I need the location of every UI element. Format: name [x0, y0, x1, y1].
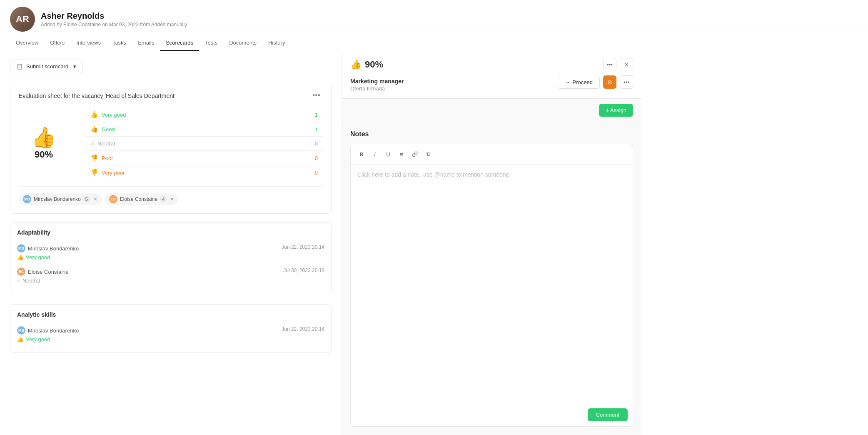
reviewer-name-mb-adapt: MB Miroslav Bondarenko — [17, 244, 79, 252]
reviewer-avatar-ec: EC — [109, 195, 117, 203]
adaptability-review-ec: EC Eloise Constaine ○ Neutral Jul 30, 20… — [17, 264, 324, 287]
neutral-count: 0 — [315, 140, 318, 147]
ec-date-adapt: Jul 30, 2023 20:18 — [283, 268, 324, 273]
avatar-ec-adapt: EC — [17, 268, 25, 276]
score-row-very-good: 👍 Very good 1 — [85, 108, 323, 122]
reviewer-name-mb-analytic: MB Miroslav Bondarenko — [17, 326, 79, 335]
reviewer-remove-ec[interactable]: ✕ — [170, 196, 174, 202]
reviewer-tag-mb[interactable]: MB Miroslav Bondarenko 5 ✕ — [19, 193, 102, 205]
poor-text: Poor — [102, 155, 113, 161]
score-row-poor: 👎 Poor 0 — [85, 151, 323, 165]
very-good-count: 1 — [315, 112, 318, 118]
tab-tasks[interactable]: Tasks — [107, 35, 132, 51]
tab-offers[interactable]: Offers — [44, 35, 70, 51]
adaptability-title: Adaptability — [17, 229, 324, 236]
reviewer-info-ec: EC Eloise Constaine ○ Neutral — [17, 268, 69, 284]
score-label-very-poor: 👎 Very poor — [90, 169, 315, 176]
assign-row: + Assign — [342, 99, 641, 122]
right-header: 👍 90% ••• ✕ Marketing manager Oferta fir… — [342, 51, 641, 99]
italic-button[interactable]: i — [369, 148, 381, 160]
list-button[interactable]: ≡ — [396, 148, 407, 160]
mb-score-icon: 👍 — [17, 254, 24, 260]
editor-toolbar: B i U ≡ ⧉ — [351, 144, 633, 165]
link-button[interactable] — [409, 148, 421, 160]
reviewer-avatar-mb: MB — [23, 195, 31, 203]
right-panel: 👍 90% ••• ✕ Marketing manager Oferta fir… — [342, 51, 641, 435]
score-big: 👍 90% — [19, 128, 69, 160]
reviewer-name-ec-adapt: EC Eloise Constaine — [17, 268, 69, 276]
block-button[interactable]: ⊘ — [603, 75, 616, 89]
header: AR Asher Reynolds Added by Eloise Consta… — [0, 0, 868, 32]
reviewer-count-ec: 4 — [160, 196, 167, 202]
right-top-row: 👍 90% ••• ✕ — [350, 58, 633, 71]
reviewer-count-mb: 5 — [83, 196, 90, 202]
avatar-image: AR — [10, 7, 35, 32]
poor-icon: 👎 — [90, 154, 98, 162]
proceed-label: Proceed — [573, 79, 593, 85]
bold-button[interactable]: B — [356, 148, 367, 160]
proceed-arrow-icon: → — [565, 79, 570, 85]
evaluation-card: Evaluation sheet for the vacancy 'Head o… — [10, 82, 332, 214]
assign-button[interactable]: + Assign — [599, 104, 633, 117]
score-row-neutral: ○ Neutral 0 — [85, 137, 323, 151]
left-panel: 📋 Submit scorecard ▾ Evaluation sheet fo… — [0, 51, 342, 435]
ec-name-label: Eloise Constaine — [28, 269, 69, 275]
good-count: 1 — [315, 126, 318, 132]
score-label-very-good: 👍 Very good — [90, 111, 315, 118]
submit-scorecard-label: Submit scorecard — [26, 63, 68, 70]
position-title: Marketing manager — [350, 78, 404, 85]
mb-score-label: Very good — [26, 254, 50, 260]
very-good-icon: 👍 — [90, 111, 98, 118]
tab-scorecards[interactable]: Scorecards — [160, 35, 199, 51]
reviewer-info-mb-analytic: MB Miroslav Bondarenko 👍 Very good — [17, 326, 79, 342]
tab-history[interactable]: History — [262, 35, 291, 51]
notes-title: Notes — [350, 130, 633, 138]
assign-label: + Assign — [606, 107, 626, 113]
tab-overview[interactable]: Overview — [10, 35, 44, 51]
copy-button[interactable]: ⧉ — [422, 148, 434, 160]
right-score-pct: 90% — [365, 59, 383, 70]
tab-interviews[interactable]: Interviews — [70, 35, 107, 51]
ec-score-icon: ○ — [17, 278, 20, 284]
reviewer-remove-mb[interactable]: ✕ — [93, 196, 97, 202]
close-button[interactable]: ✕ — [620, 58, 633, 71]
scorecard-icon: 📋 — [16, 63, 23, 70]
submit-scorecard-button[interactable]: 📋 Submit scorecard ▾ — [10, 60, 82, 73]
tab-documents[interactable]: Documents — [223, 35, 262, 51]
mb-score-analytic: 👍 Very good — [17, 336, 79, 342]
main-layout: 📋 Submit scorecard ▾ Evaluation sheet fo… — [0, 51, 868, 435]
underline-button[interactable]: U — [382, 148, 394, 160]
neutral-icon: ○ — [90, 140, 94, 147]
eval-more-button[interactable]: ••• — [310, 90, 323, 101]
comment-button[interactable]: Comment — [588, 408, 628, 421]
avatar-mb-adapt: MB — [17, 244, 25, 252]
score-label-poor: 👎 Poor — [90, 154, 315, 162]
very-poor-icon: 👎 — [90, 169, 98, 176]
mb-date-analytic: Jun 22, 2023 20:14 — [282, 326, 324, 332]
mb-score-adapt: 👍 Very good — [17, 254, 79, 260]
reviewer-info-mb: MB Miroslav Bondarenko 👍 Very good — [17, 244, 79, 260]
reviewer-name-mb: Miroslav Bondarenko — [34, 196, 81, 202]
more-options-button[interactable]: ••• — [603, 58, 616, 71]
mb-name-label: Miroslav Bondarenko — [28, 245, 79, 252]
mb-score-label-analytic: Very good — [26, 336, 50, 342]
candidate-subtitle: Added by Eloise Constaine on Mar 03, 202… — [41, 22, 858, 28]
right-actions: ••• ✕ — [603, 58, 633, 71]
ec-score-adapt: ○ Neutral — [17, 278, 69, 284]
comment-label: Comment — [596, 412, 619, 418]
right-score-display: 👍 90% — [350, 59, 383, 70]
poor-count: 0 — [315, 155, 318, 161]
eval-card-header: Evaluation sheet for the vacancy 'Head o… — [19, 90, 323, 101]
right-more-button[interactable]: ••• — [620, 75, 633, 89]
tab-emails[interactable]: Emails — [132, 35, 160, 51]
ec-score-label: Neutral — [22, 278, 40, 284]
reviewer-tag-ec[interactable]: EC Eloise Constaine 4 ✕ — [105, 193, 178, 205]
editor-content[interactable]: Click here to add a note. Use @name to m… — [351, 165, 633, 403]
proceed-button[interactable]: → Proceed — [558, 76, 600, 89]
block-icon: ⊘ — [607, 79, 612, 85]
avatar: AR — [10, 7, 35, 32]
very-poor-text: Very poor — [102, 170, 125, 176]
score-row-very-poor: 👎 Very poor 0 — [85, 165, 323, 180]
notes-section: Notes B i U ≡ ⧉ Click here to add a note… — [342, 122, 641, 435]
tab-tests[interactable]: Tests — [199, 35, 223, 51]
